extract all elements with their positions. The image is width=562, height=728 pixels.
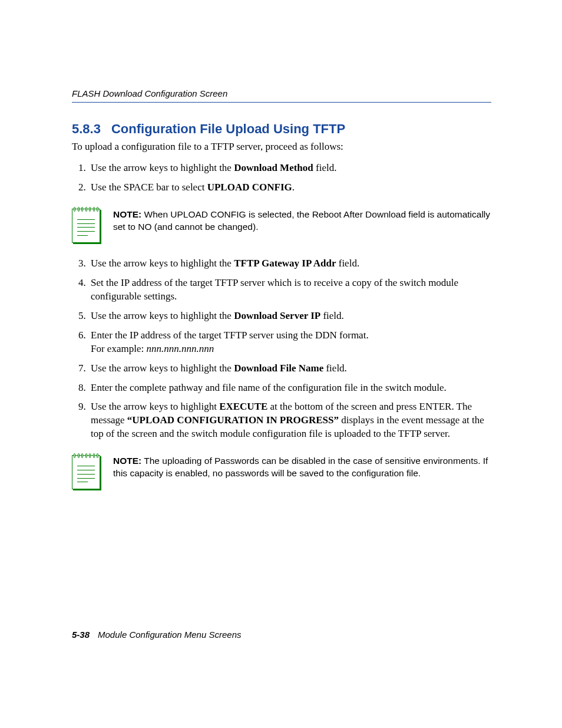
section-intro: To upload a configuration file to a TFTP… <box>72 140 491 153</box>
note-label: NOTE: <box>113 456 141 466</box>
note-icon <box>72 455 100 489</box>
page-number: 5-38 <box>72 630 90 640</box>
steps-list-b: Use the arrow keys to highlight the TFTP… <box>72 257 491 441</box>
chapter-title: Module Configuration Menu Screens <box>98 630 241 640</box>
step-item: Set the IP address of the target TFTP se… <box>88 276 491 304</box>
running-header: FLASH Download Configuration Screen <box>72 88 491 103</box>
note-body: When UPLOAD CONFIG is selected, the Rebo… <box>113 209 490 232</box>
page-footer: 5-38Module Configuration Menu Screens <box>72 630 242 640</box>
steps-list-a: Use the arrow keys to highlight the Down… <box>72 162 491 195</box>
note-icon <box>72 209 100 243</box>
step-item: Use the arrow keys to highlight the TFTP… <box>88 257 491 271</box>
step-subline: For example: nnn.nnn.nnn.nnn <box>91 342 491 356</box>
note-text: NOTE: The uploading of Passwords can be … <box>113 455 491 480</box>
note-block-2: NOTE: The uploading of Passwords can be … <box>72 455 491 489</box>
note-body: The uploading of Passwords can be disabl… <box>113 456 488 478</box>
step-item: Use the arrow keys to highlight EXECUTE … <box>88 400 491 441</box>
note-block-1: NOTE: When UPLOAD CONFIG is selected, th… <box>72 209 491 243</box>
step-item: Enter the IP address of the target TFTP … <box>88 329 491 356</box>
step-item: Use the arrow keys to highlight the Down… <box>88 309 491 323</box>
running-header-text: FLASH Download Configuration Screen <box>72 88 227 98</box>
note-text: NOTE: When UPLOAD CONFIG is selected, th… <box>113 209 491 233</box>
note-label: NOTE: <box>113 209 141 219</box>
section-heading: 5.8.3Configuration File Upload Using TFT… <box>72 121 491 137</box>
step-item: Use the SPACE bar to select UPLOAD CONFI… <box>88 181 491 195</box>
section-title: Configuration File Upload Using TFTP <box>111 121 345 136</box>
step-item: Use the arrow keys to highlight the Down… <box>88 162 491 175</box>
step-item: Enter the complete pathway and file name… <box>88 381 491 395</box>
step-item: Use the arrow keys to highlight the Down… <box>88 362 491 375</box>
page-container: FLASH Download Configuration Screen 5.8.… <box>0 0 562 728</box>
section-number: 5.8.3 <box>72 121 101 136</box>
